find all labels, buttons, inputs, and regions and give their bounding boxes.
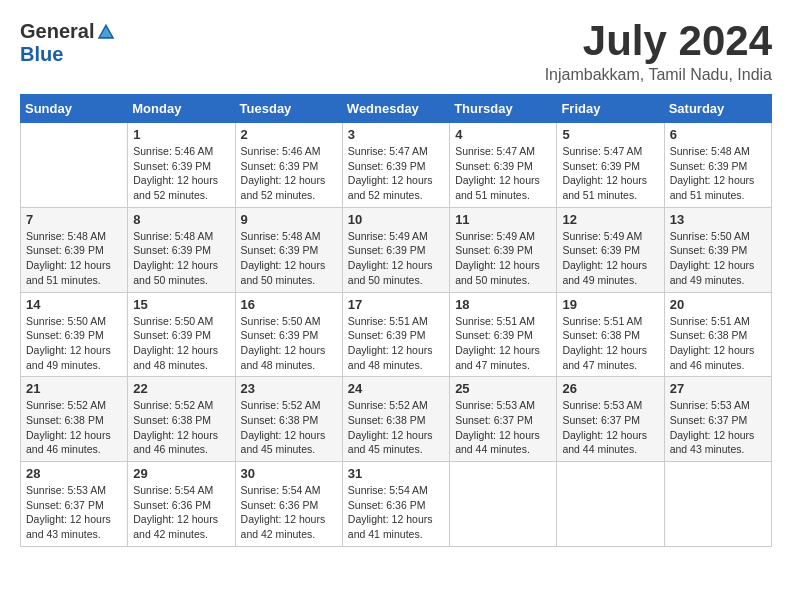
- logo: General Blue: [20, 20, 116, 66]
- day-number: 30: [241, 466, 337, 481]
- day-number: 4: [455, 127, 551, 142]
- day-info: Sunrise: 5:50 AM Sunset: 6:39 PM Dayligh…: [26, 314, 122, 373]
- day-number: 1: [133, 127, 229, 142]
- day-number: 24: [348, 381, 444, 396]
- day-info: Sunrise: 5:47 AM Sunset: 6:39 PM Dayligh…: [348, 144, 444, 203]
- day-number: 11: [455, 212, 551, 227]
- col-header-sunday: Sunday: [21, 95, 128, 123]
- day-info: Sunrise: 5:49 AM Sunset: 6:39 PM Dayligh…: [348, 229, 444, 288]
- col-header-friday: Friday: [557, 95, 664, 123]
- day-info: Sunrise: 5:51 AM Sunset: 6:39 PM Dayligh…: [348, 314, 444, 373]
- day-info: Sunrise: 5:53 AM Sunset: 6:37 PM Dayligh…: [562, 398, 658, 457]
- calendar-cell: [557, 462, 664, 547]
- day-number: 28: [26, 466, 122, 481]
- calendar-cell: 30Sunrise: 5:54 AM Sunset: 6:36 PM Dayli…: [235, 462, 342, 547]
- day-info: Sunrise: 5:48 AM Sunset: 6:39 PM Dayligh…: [133, 229, 229, 288]
- day-number: 13: [670, 212, 766, 227]
- calendar-cell: 3Sunrise: 5:47 AM Sunset: 6:39 PM Daylig…: [342, 123, 449, 208]
- day-info: Sunrise: 5:48 AM Sunset: 6:39 PM Dayligh…: [26, 229, 122, 288]
- day-number: 2: [241, 127, 337, 142]
- col-header-tuesday: Tuesday: [235, 95, 342, 123]
- title-block: July 2024 Injambakkam, Tamil Nadu, India: [545, 20, 772, 84]
- day-info: Sunrise: 5:52 AM Sunset: 6:38 PM Dayligh…: [133, 398, 229, 457]
- day-info: Sunrise: 5:52 AM Sunset: 6:38 PM Dayligh…: [241, 398, 337, 457]
- col-header-thursday: Thursday: [450, 95, 557, 123]
- calendar-cell: 29Sunrise: 5:54 AM Sunset: 6:36 PM Dayli…: [128, 462, 235, 547]
- day-info: Sunrise: 5:50 AM Sunset: 6:39 PM Dayligh…: [670, 229, 766, 288]
- day-info: Sunrise: 5:48 AM Sunset: 6:39 PM Dayligh…: [670, 144, 766, 203]
- day-number: 21: [26, 381, 122, 396]
- calendar-cell: 8Sunrise: 5:48 AM Sunset: 6:39 PM Daylig…: [128, 207, 235, 292]
- day-info: Sunrise: 5:46 AM Sunset: 6:39 PM Dayligh…: [241, 144, 337, 203]
- day-number: 29: [133, 466, 229, 481]
- day-info: Sunrise: 5:46 AM Sunset: 6:39 PM Dayligh…: [133, 144, 229, 203]
- day-number: 8: [133, 212, 229, 227]
- day-number: 22: [133, 381, 229, 396]
- calendar-cell: 9Sunrise: 5:48 AM Sunset: 6:39 PM Daylig…: [235, 207, 342, 292]
- page-header: General Blue July 2024 Injambakkam, Tami…: [20, 20, 772, 84]
- calendar-cell: 11Sunrise: 5:49 AM Sunset: 6:39 PM Dayli…: [450, 207, 557, 292]
- day-info: Sunrise: 5:51 AM Sunset: 6:38 PM Dayligh…: [562, 314, 658, 373]
- calendar-cell: 18Sunrise: 5:51 AM Sunset: 6:39 PM Dayli…: [450, 292, 557, 377]
- calendar-cell: [21, 123, 128, 208]
- logo-icon: [96, 22, 116, 42]
- month-year-title: July 2024: [545, 20, 772, 62]
- calendar-cell: [664, 462, 771, 547]
- calendar-cell: 2Sunrise: 5:46 AM Sunset: 6:39 PM Daylig…: [235, 123, 342, 208]
- day-info: Sunrise: 5:47 AM Sunset: 6:39 PM Dayligh…: [455, 144, 551, 203]
- day-info: Sunrise: 5:52 AM Sunset: 6:38 PM Dayligh…: [26, 398, 122, 457]
- day-number: 16: [241, 297, 337, 312]
- day-number: 14: [26, 297, 122, 312]
- week-row-2: 7Sunrise: 5:48 AM Sunset: 6:39 PM Daylig…: [21, 207, 772, 292]
- day-info: Sunrise: 5:47 AM Sunset: 6:39 PM Dayligh…: [562, 144, 658, 203]
- location-subtitle: Injambakkam, Tamil Nadu, India: [545, 66, 772, 84]
- calendar-cell: 23Sunrise: 5:52 AM Sunset: 6:38 PM Dayli…: [235, 377, 342, 462]
- calendar-cell: 16Sunrise: 5:50 AM Sunset: 6:39 PM Dayli…: [235, 292, 342, 377]
- day-number: 26: [562, 381, 658, 396]
- day-number: 19: [562, 297, 658, 312]
- day-info: Sunrise: 5:50 AM Sunset: 6:39 PM Dayligh…: [133, 314, 229, 373]
- day-info: Sunrise: 5:51 AM Sunset: 6:38 PM Dayligh…: [670, 314, 766, 373]
- day-info: Sunrise: 5:54 AM Sunset: 6:36 PM Dayligh…: [241, 483, 337, 542]
- calendar-cell: 20Sunrise: 5:51 AM Sunset: 6:38 PM Dayli…: [664, 292, 771, 377]
- day-number: 3: [348, 127, 444, 142]
- calendar-cell: 5Sunrise: 5:47 AM Sunset: 6:39 PM Daylig…: [557, 123, 664, 208]
- day-number: 6: [670, 127, 766, 142]
- week-row-5: 28Sunrise: 5:53 AM Sunset: 6:37 PM Dayli…: [21, 462, 772, 547]
- calendar-cell: 4Sunrise: 5:47 AM Sunset: 6:39 PM Daylig…: [450, 123, 557, 208]
- calendar-cell: 13Sunrise: 5:50 AM Sunset: 6:39 PM Dayli…: [664, 207, 771, 292]
- calendar-cell: 10Sunrise: 5:49 AM Sunset: 6:39 PM Dayli…: [342, 207, 449, 292]
- calendar-cell: 12Sunrise: 5:49 AM Sunset: 6:39 PM Dayli…: [557, 207, 664, 292]
- day-info: Sunrise: 5:54 AM Sunset: 6:36 PM Dayligh…: [348, 483, 444, 542]
- calendar-table: SundayMondayTuesdayWednesdayThursdayFrid…: [20, 94, 772, 547]
- calendar-cell: 17Sunrise: 5:51 AM Sunset: 6:39 PM Dayli…: [342, 292, 449, 377]
- calendar-cell: 22Sunrise: 5:52 AM Sunset: 6:38 PM Dayli…: [128, 377, 235, 462]
- day-number: 25: [455, 381, 551, 396]
- day-info: Sunrise: 5:52 AM Sunset: 6:38 PM Dayligh…: [348, 398, 444, 457]
- calendar-cell: [450, 462, 557, 547]
- calendar-cell: 7Sunrise: 5:48 AM Sunset: 6:39 PM Daylig…: [21, 207, 128, 292]
- col-header-wednesday: Wednesday: [342, 95, 449, 123]
- calendar-cell: 14Sunrise: 5:50 AM Sunset: 6:39 PM Dayli…: [21, 292, 128, 377]
- day-info: Sunrise: 5:51 AM Sunset: 6:39 PM Dayligh…: [455, 314, 551, 373]
- logo-blue-text: Blue: [20, 43, 63, 66]
- day-number: 12: [562, 212, 658, 227]
- logo-general-text: General: [20, 20, 94, 43]
- col-header-monday: Monday: [128, 95, 235, 123]
- week-row-4: 21Sunrise: 5:52 AM Sunset: 6:38 PM Dayli…: [21, 377, 772, 462]
- day-number: 20: [670, 297, 766, 312]
- calendar-cell: 28Sunrise: 5:53 AM Sunset: 6:37 PM Dayli…: [21, 462, 128, 547]
- day-info: Sunrise: 5:53 AM Sunset: 6:37 PM Dayligh…: [455, 398, 551, 457]
- day-number: 27: [670, 381, 766, 396]
- day-info: Sunrise: 5:53 AM Sunset: 6:37 PM Dayligh…: [670, 398, 766, 457]
- day-number: 10: [348, 212, 444, 227]
- day-info: Sunrise: 5:50 AM Sunset: 6:39 PM Dayligh…: [241, 314, 337, 373]
- calendar-cell: 1Sunrise: 5:46 AM Sunset: 6:39 PM Daylig…: [128, 123, 235, 208]
- col-header-saturday: Saturday: [664, 95, 771, 123]
- day-info: Sunrise: 5:49 AM Sunset: 6:39 PM Dayligh…: [562, 229, 658, 288]
- day-number: 5: [562, 127, 658, 142]
- day-info: Sunrise: 5:53 AM Sunset: 6:37 PM Dayligh…: [26, 483, 122, 542]
- calendar-cell: 26Sunrise: 5:53 AM Sunset: 6:37 PM Dayli…: [557, 377, 664, 462]
- calendar-cell: 15Sunrise: 5:50 AM Sunset: 6:39 PM Dayli…: [128, 292, 235, 377]
- calendar-header-row: SundayMondayTuesdayWednesdayThursdayFrid…: [21, 95, 772, 123]
